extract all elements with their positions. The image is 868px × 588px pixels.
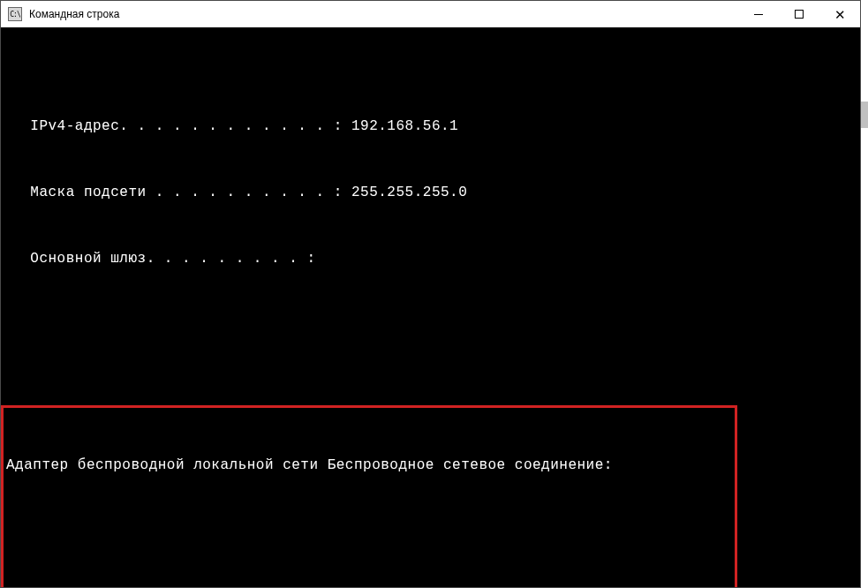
- output-line: IPv4-адрес. . . . . . . . . . . . : 192.…: [1, 116, 860, 138]
- close-icon: ✕: [834, 8, 846, 21]
- command-prompt-window: C:\ Командная строка ✕ IPv4-адрес. . . .…: [0, 0, 861, 588]
- minimize-icon: [754, 14, 763, 15]
- output-line: Маска подсети . . . . . . . . . . : 255.…: [1, 182, 860, 204]
- terminal-output: IPv4-адрес. . . . . . . . . . . . : 192.…: [1, 72, 860, 587]
- wireless-adapter-header: Адаптер беспроводной локальной сети Бесп…: [4, 455, 735, 477]
- maximize-button[interactable]: [779, 1, 819, 27]
- output-line: [1, 314, 860, 336]
- terminal-area[interactable]: IPv4-адрес. . . . . . . . . . . . : 192.…: [1, 27, 860, 587]
- window-title: Командная строка: [29, 8, 738, 20]
- highlight-outer-box: Адаптер беспроводной локальной сети Бесп…: [1, 405, 737, 587]
- outer-scrollbar-track[interactable]: [861, 0, 868, 588]
- window-controls: ✕: [738, 1, 860, 27]
- minimize-button[interactable]: [738, 1, 779, 27]
- maximize-icon: [795, 10, 804, 19]
- cmd-icon: C:\: [8, 7, 22, 21]
- output-line: Основной шлюз. . . . . . . . . :: [1, 248, 860, 270]
- output-line: [4, 521, 735, 543]
- titlebar[interactable]: C:\ Командная строка ✕: [1, 1, 860, 27]
- outer-scrollbar-thumb[interactable]: [861, 102, 868, 128]
- close-button[interactable]: ✕: [819, 1, 860, 27]
